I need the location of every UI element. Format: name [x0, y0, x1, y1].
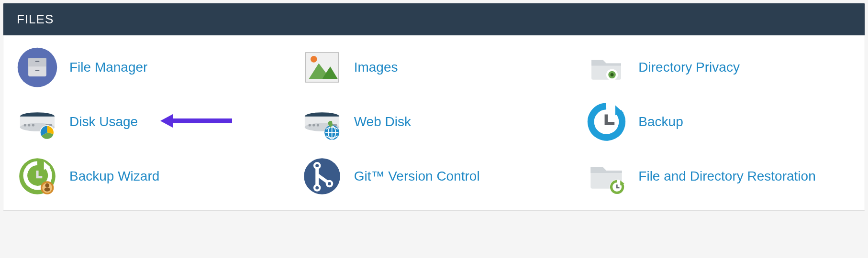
item-images[interactable]: Images: [301, 47, 567, 88]
item-label: File and Directory Restoration: [638, 169, 815, 184]
svg-point-47: [328, 182, 331, 185]
svg-point-16: [24, 124, 26, 126]
svg-point-18: [32, 124, 34, 126]
item-label: Git™ Version Control: [354, 169, 480, 184]
annotation-arrow-icon: [160, 111, 232, 132]
svg-point-11: [611, 73, 614, 76]
directory-privacy-icon: [586, 47, 627, 88]
svg-rect-4: [35, 70, 40, 71]
svg-point-37: [45, 187, 50, 192]
item-directory-privacy[interactable]: Directory Privacy: [586, 47, 851, 88]
item-backup[interactable]: Backup: [586, 101, 851, 142]
item-label: Disk Usage: [69, 114, 138, 129]
item-label: File Manager: [69, 60, 147, 75]
panel-body: File Manager Images: [3, 35, 865, 210]
svg-point-8: [311, 56, 317, 63]
disk-usage-icon: [17, 101, 58, 142]
backup-wizard-icon: [17, 156, 58, 197]
item-backup-wizard[interactable]: Backup Wizard: [17, 156, 282, 197]
files-panel: FILES File Manager: [3, 3, 865, 211]
file-manager-icon: [17, 47, 58, 88]
item-web-disk[interactable]: Web Disk: [301, 101, 567, 142]
svg-point-28: [316, 124, 319, 126]
item-label: Images: [354, 60, 398, 75]
svg-point-45: [315, 164, 319, 167]
item-label: Backup: [638, 114, 683, 129]
item-git-version-control[interactable]: Git™ Version Control: [301, 156, 567, 197]
item-disk-usage[interactable]: Disk Usage: [17, 101, 282, 142]
svg-rect-3: [35, 61, 40, 62]
item-file-manager[interactable]: File Manager: [17, 47, 282, 88]
svg-marker-22: [160, 114, 173, 128]
images-icon: [301, 47, 343, 88]
item-label: Directory Privacy: [638, 60, 740, 75]
item-label: Backup Wizard: [69, 169, 159, 184]
git-icon: [301, 156, 343, 197]
file-dir-restore-icon: [586, 156, 627, 197]
svg-point-17: [28, 124, 30, 126]
item-label: Web Disk: [354, 114, 411, 129]
svg-point-27: [312, 124, 315, 126]
item-file-dir-restore[interactable]: File and Directory Restoration: [586, 156, 851, 197]
backup-icon: [586, 101, 627, 142]
panel-title: FILES: [3, 3, 865, 35]
web-disk-icon: [301, 101, 343, 142]
svg-point-46: [315, 186, 319, 190]
svg-point-26: [308, 124, 311, 126]
svg-rect-2: [28, 58, 46, 66]
svg-point-38: [45, 183, 49, 188]
